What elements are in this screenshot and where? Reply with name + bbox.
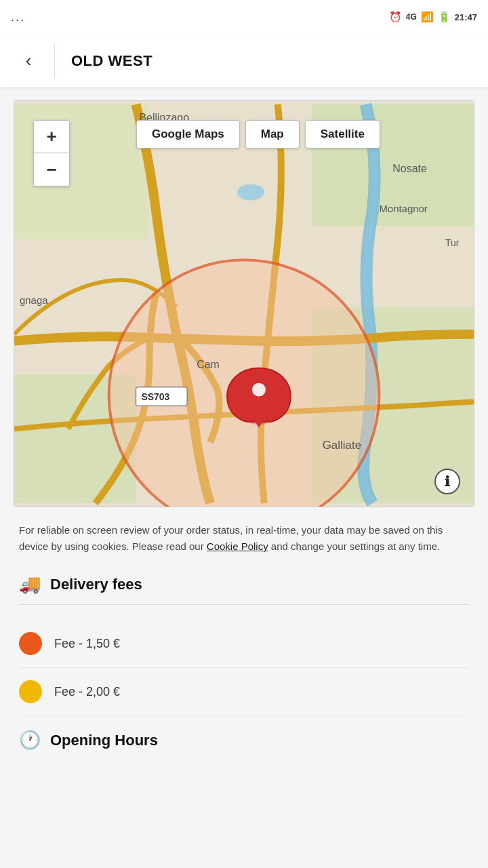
map-container[interactable]: Bellinzago Nosate Montagnor Tur gnaga Ca… [14,100,474,507]
svg-text:Galliate: Galliate [323,439,361,452]
back-chevron-icon: ‹ [26,50,32,71]
opening-hours-icon: 🕐 [19,730,41,751]
svg-text:Nosate: Nosate [392,163,427,174]
fee-item-2: Fee - 2,00 € [19,668,469,716]
network-4g-icon: 4G [406,12,417,22]
map-type-buttons: Google Maps Map Satellite [136,120,380,149]
fee-dot-orange [19,632,42,655]
svg-text:Cam: Cam [197,359,220,370]
delivery-fees-section-header: 🚚 Delivery fees [19,574,469,605]
map-zoom-controls[interactable]: + − [33,120,70,186]
opening-hours-label: Opening Hours [50,732,158,749]
delivery-truck-icon: 🚚 [19,574,41,595]
svg-text:gnaga: gnaga [20,294,48,306]
svg-text:Tur: Tur [445,237,460,248]
google-maps-button[interactable]: Google Maps [136,120,240,149]
fee-list: Fee - 1,50 € Fee - 2,00 € [19,620,469,716]
zoom-in-button[interactable]: + [34,121,69,153]
status-dots: ... [11,10,25,24]
svg-point-5 [237,184,264,201]
cookie-notice-text: For reliable on screen review of your or… [19,522,469,555]
info-icon: ℹ [445,473,450,490]
cookie-policy-link[interactable]: Cookie Policy [207,540,268,552]
fee-dot-yellow [19,680,42,703]
map-view-button[interactable]: Map [245,120,300,149]
page-title: OLD WEST [71,52,152,70]
signal-icon: 📶 [421,11,434,23]
svg-text:SS703: SS703 [141,391,169,402]
delivery-fees-title: Delivery fees [50,576,142,593]
fee-label-1: Fee - 1,50 € [54,637,120,651]
page-content: For reliable on screen review of your or… [0,507,488,757]
battery-icon: 🔋 [438,11,451,23]
svg-point-18 [252,383,266,397]
time-display: 21:47 [455,12,477,22]
fee-item-1: Fee - 1,50 € [19,620,469,668]
zoom-out-button[interactable]: − [34,153,69,186]
status-icons: ⏰ 4G 📶 🔋 21:47 [389,11,477,23]
fee-label-2: Fee - 2,00 € [54,685,120,699]
map-info-button[interactable]: ℹ [434,469,460,494]
status-bar: ... ⏰ 4G 📶 🔋 21:47 [0,0,488,34]
svg-text:Montagnor: Montagnor [379,203,427,214]
map-svg: Bellinzago Nosate Montagnor Tur gnaga Ca… [14,101,474,507]
opening-hours-row: 🕐 Opening Hours [19,716,469,757]
back-button[interactable]: ‹ [14,46,43,76]
clock-status-icon: ⏰ [389,11,402,23]
satellite-view-button[interactable]: Satellite [305,120,380,149]
app-header: ‹ OLD WEST [0,34,488,88]
header-divider [54,44,55,78]
